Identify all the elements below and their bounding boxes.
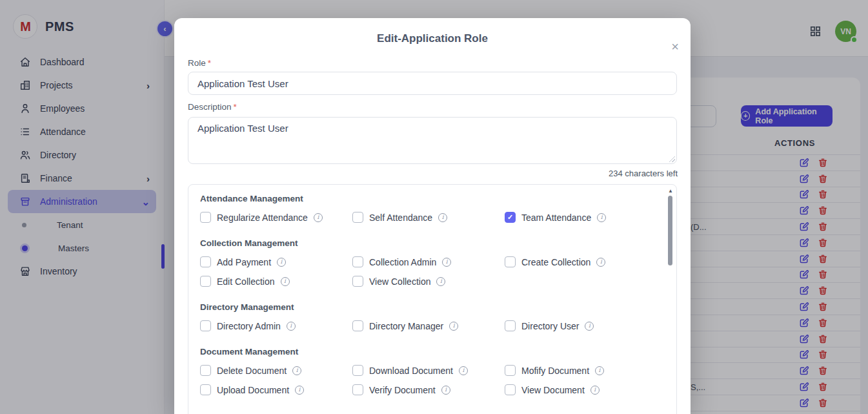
checkbox-unchecked[interactable] [200, 256, 211, 267]
role-input[interactable] [188, 72, 677, 95]
required-asterisk: * [234, 102, 237, 112]
info-icon[interactable]: i [281, 277, 290, 286]
permission-label: Collection Admin [369, 257, 436, 267]
permission-item: Directory Manageri [352, 320, 505, 331]
permission-label: Self Attendance [369, 212, 432, 223]
characters-left-counter: 234 characters left [609, 169, 678, 178]
info-icon[interactable]: i [287, 322, 296, 331]
info-icon[interactable]: i [597, 213, 606, 222]
permission-label: Add Payment [217, 257, 271, 267]
permission-item: View Collectioni [352, 276, 505, 287]
role-label-text: Role [188, 58, 206, 68]
permission-item: Self Attendancei [352, 212, 505, 223]
permission-item: Create Collectioni [505, 256, 657, 267]
permission-label: Mofify Document [521, 366, 589, 376]
info-icon[interactable]: i [277, 258, 286, 267]
permission-item: Upload Documenti [200, 384, 352, 395]
checkbox-unchecked[interactable] [352, 320, 363, 331]
checkbox-unchecked[interactable] [200, 384, 211, 395]
permission-item: Edit Collectioni [200, 276, 352, 287]
info-icon[interactable]: i [596, 258, 605, 267]
checkbox-unchecked[interactable] [352, 384, 363, 395]
permission-item: ✓Team Attendancei [505, 212, 657, 223]
permission-item: Directory Useri [505, 320, 657, 331]
modal-title: Edit-Application Role [174, 32, 691, 45]
checkbox-unchecked[interactable] [352, 276, 363, 287]
description-label-text: Description [188, 102, 232, 112]
permission-label: Verify Document [369, 385, 436, 395]
permission-label: Download Document [369, 366, 453, 376]
description-field-wrap: Application Test User [188, 117, 677, 164]
info-icon[interactable]: i [595, 366, 604, 375]
info-icon[interactable]: i [442, 258, 451, 267]
permission-section-title: Document Management [200, 347, 657, 357]
permission-label: Directory Manager [369, 321, 443, 331]
permission-section-title: Collection Management [200, 238, 657, 248]
checkbox-unchecked[interactable] [352, 365, 363, 376]
info-icon[interactable]: i [449, 322, 458, 331]
permissions-panel: Attendance ManagementRegularize Attendan… [188, 184, 677, 414]
permission-label: Edit Collection [217, 276, 275, 287]
info-icon[interactable]: i [295, 386, 304, 395]
checkbox-unchecked[interactable] [352, 212, 363, 223]
permission-label: Create Collection [521, 257, 590, 267]
permission-item: Verify Documenti [352, 384, 505, 395]
permission-section: Directory ManagementDirectory AdminiDire… [200, 302, 657, 331]
permission-grid: Regularize AttendanceiSelf Attendancei✓T… [200, 212, 657, 223]
permission-grid: Delete DocumentiDownload DocumentiMofify… [200, 365, 657, 395]
description-input[interactable]: Application Test User [188, 117, 677, 164]
info-icon[interactable]: i [314, 213, 323, 222]
permission-item: Download Documenti [352, 365, 505, 376]
permission-item: Collection Admini [352, 256, 505, 267]
permission-label: Regularize Attendance [217, 212, 308, 223]
permission-label: View Collection [369, 276, 430, 287]
info-icon[interactable]: i [459, 366, 468, 375]
info-icon[interactable]: i [441, 386, 450, 395]
permission-label: Directory User [521, 321, 579, 331]
permission-item: Directory Admini [200, 320, 352, 331]
permission-label: Team Attendance [521, 212, 591, 223]
checkbox-unchecked[interactable] [200, 365, 211, 376]
checkbox-unchecked[interactable] [200, 276, 211, 287]
info-icon[interactable]: i [438, 213, 447, 222]
permission-grid: Add PaymentiCollection AdminiCreate Coll… [200, 256, 657, 287]
screen: M PMS DashboardProjects›EmployeesAttenda… [0, 0, 868, 414]
description-label: Description* [188, 102, 237, 112]
permission-section: Attendance ManagementRegularize Attendan… [200, 194, 657, 223]
permission-section-title: Attendance Management [200, 194, 657, 203]
checkbox-unchecked[interactable] [505, 320, 516, 331]
permission-section: Document ManagementDelete DocumentiDownl… [200, 347, 657, 395]
info-icon[interactable]: i [590, 386, 600, 395]
checkbox-unchecked[interactable] [200, 212, 211, 223]
checkbox-unchecked[interactable] [505, 365, 516, 376]
checkbox-checked[interactable]: ✓ [505, 212, 516, 223]
checkbox-unchecked[interactable] [505, 384, 516, 395]
permission-item: View Documenti [505, 384, 657, 395]
permission-item: Delete Documenti [200, 365, 352, 376]
checkbox-unchecked[interactable] [505, 256, 516, 267]
permission-item: Add Paymenti [200, 256, 352, 267]
permission-section: Collection ManagementAdd PaymentiCollect… [200, 238, 657, 287]
permission-item: Regularize Attendancei [200, 212, 352, 223]
checkbox-unchecked[interactable] [352, 256, 363, 267]
permission-label: Upload Document [217, 385, 289, 395]
info-icon[interactable]: i [436, 277, 445, 286]
scroll-up-icon[interactable]: ▲ [666, 188, 675, 194]
info-icon[interactable]: i [585, 322, 594, 331]
permission-label: View Document [521, 385, 585, 395]
checkbox-unchecked[interactable] [200, 320, 211, 331]
permission-label: Delete Document [217, 366, 287, 376]
scrollbar-thumb[interactable] [668, 196, 672, 265]
required-asterisk: * [208, 58, 211, 68]
permission-label: Directory Admin [217, 321, 281, 331]
permission-item: Mofify Documenti [505, 365, 657, 376]
permission-section-title: Directory Management [200, 302, 657, 312]
scrollbar[interactable]: ▲ ▼ [666, 186, 675, 414]
role-label: Role* [188, 58, 211, 68]
edit-application-role-modal: × Edit-Application Role Role* Descriptio… [174, 18, 691, 414]
info-icon[interactable]: i [292, 366, 301, 375]
permission-grid: Directory AdminiDirectory ManageriDirect… [200, 320, 657, 331]
